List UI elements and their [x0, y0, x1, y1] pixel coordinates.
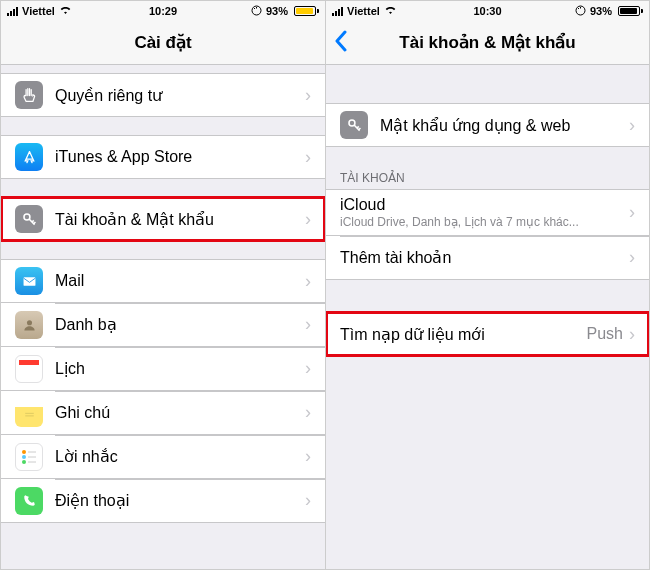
contacts-icon	[15, 311, 43, 339]
chevron-icon: ›	[305, 147, 311, 168]
section-header-accounts: TÀI KHOẢN	[326, 165, 649, 189]
row-notes[interactable]: Ghi chú ›	[1, 391, 325, 435]
rotation-lock-icon	[575, 5, 586, 18]
row-sublabel: iCloud Drive, Danh bạ, Lịch và 7 mục khá…	[340, 215, 629, 229]
row-label: Danh bạ	[55, 315, 305, 334]
settings-list: Quyền riêng tư › iTunes & App Store › Tà…	[1, 65, 325, 569]
row-value: Push	[587, 325, 623, 343]
nav-header: Tài khoản & Mật khẩu	[326, 21, 649, 65]
row-label: Mật khẩu ứng dụng & web	[380, 116, 629, 135]
back-button[interactable]	[334, 30, 347, 56]
accounts-list: Mật khẩu ứng dụng & web › TÀI KHOẢN iClo…	[326, 65, 649, 569]
chevron-icon: ›	[305, 85, 311, 106]
row-calendar[interactable]: Lịch ›	[1, 347, 325, 391]
chevron-icon: ›	[305, 314, 311, 335]
svg-point-8	[22, 450, 26, 454]
row-label: Tìm nạp dữ liệu mới	[340, 325, 587, 344]
svg-point-1	[23, 213, 29, 219]
svg-point-15	[348, 119, 354, 125]
row-mail[interactable]: Mail ›	[1, 259, 325, 303]
row-itunes-appstore[interactable]: iTunes & App Store ›	[1, 135, 325, 179]
row-label: Thêm tài khoản	[340, 248, 629, 267]
appstore-icon	[15, 143, 43, 171]
battery-pct: 93%	[266, 5, 288, 17]
svg-point-10	[22, 460, 26, 464]
chevron-icon: ›	[305, 446, 311, 467]
row-icloud[interactable]: iCloud iCloud Drive, Danh bạ, Lịch và 7 …	[326, 189, 649, 236]
status-bar: Viettel 10:29 93%	[1, 1, 325, 21]
row-label: Tài khoản & Mật khẩu	[55, 210, 305, 229]
screen-settings: Viettel 10:29 93% Cài đặt Quyề	[1, 1, 325, 569]
row-label: Quyền riêng tư	[55, 86, 305, 105]
status-bar: Viettel 10:30 93%	[326, 1, 649, 21]
page-title: Tài khoản & Mật khẩu	[399, 32, 575, 53]
row-reminders[interactable]: Lời nhắc ›	[1, 435, 325, 479]
svg-rect-5	[19, 365, 39, 378]
hand-icon	[15, 81, 43, 109]
svg-rect-2	[23, 277, 35, 286]
row-phone[interactable]: Điện thoại ›	[1, 479, 325, 523]
chevron-icon: ›	[305, 358, 311, 379]
chevron-icon: ›	[629, 247, 635, 268]
chevron-icon: ›	[305, 209, 311, 230]
rotation-lock-icon	[251, 5, 262, 18]
chevron-icon: ›	[305, 271, 311, 292]
battery-pct: 93%	[590, 5, 612, 17]
key-icon	[340, 111, 368, 139]
row-label: iTunes & App Store	[55, 148, 305, 166]
key-icon	[15, 205, 43, 233]
svg-rect-4	[19, 360, 39, 365]
battery-icon	[616, 6, 643, 16]
calendar-icon	[15, 355, 43, 383]
wifi-icon	[384, 5, 397, 17]
chevron-icon: ›	[629, 202, 635, 223]
chevron-icon: ›	[629, 324, 635, 345]
row-fetch-new-data[interactable]: Tìm nạp dữ liệu mới Push ›	[326, 312, 649, 356]
screen-accounts: Viettel 10:30 93% Tài khoản & Mật khẩu	[325, 1, 649, 569]
notes-icon	[15, 399, 43, 427]
reminders-icon	[15, 443, 43, 471]
row-add-account[interactable]: Thêm tài khoản ›	[326, 236, 649, 280]
row-label: Mail	[55, 272, 305, 290]
nav-header: Cài đặt	[1, 21, 325, 65]
row-label: Ghi chú	[55, 404, 305, 422]
carrier-label: Viettel	[22, 5, 55, 17]
mail-icon	[15, 267, 43, 295]
chevron-icon: ›	[629, 115, 635, 136]
row-label: Lịch	[55, 359, 305, 378]
page-title: Cài đặt	[134, 32, 191, 53]
svg-point-9	[22, 455, 26, 459]
battery-icon	[292, 6, 319, 16]
signal-icon	[7, 7, 18, 16]
row-label: Lời nhắc	[55, 447, 305, 466]
row-label: iCloud	[340, 196, 629, 214]
row-label: Điện thoại	[55, 491, 305, 510]
row-privacy[interactable]: Quyền riêng tư ›	[1, 73, 325, 117]
signal-icon	[332, 7, 343, 16]
wifi-icon	[59, 5, 72, 17]
chevron-icon: ›	[305, 490, 311, 511]
row-accounts-passwords[interactable]: Tài khoản & Mật khẩu ›	[1, 197, 325, 241]
chevron-icon: ›	[305, 402, 311, 423]
carrier-label: Viettel	[347, 5, 380, 17]
row-app-web-passwords[interactable]: Mật khẩu ứng dụng & web ›	[326, 103, 649, 147]
phone-icon	[15, 487, 43, 515]
svg-point-3	[26, 320, 31, 325]
row-contacts[interactable]: Danh bạ ›	[1, 303, 325, 347]
